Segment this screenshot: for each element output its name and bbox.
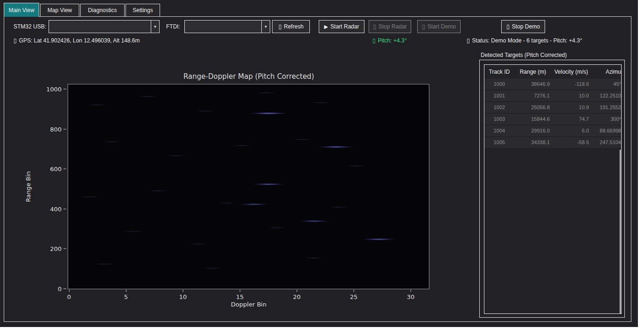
tick-mark — [63, 249, 66, 249]
radar-app-window: Main View Map View Diagnostics Settings … — [0, 0, 638, 327]
chevron-down-icon[interactable]: ▼ — [261, 21, 270, 33]
tick-mark — [182, 290, 183, 292]
x-tick-0: 0 — [67, 290, 71, 300]
noise-streak — [257, 92, 276, 93]
cell-velocity: -58.5 — [552, 137, 591, 148]
tab-map-view[interactable]: Map View — [40, 4, 79, 16]
gps-status-text: GPS: Lat 41.902426, Lon 12.496039, Alt 1… — [19, 37, 140, 44]
cell-azimuth: 122.2510 — [591, 90, 621, 101]
targets-table[interactable]: Track ID Range (m) Velocity (m/s) Azimu … — [484, 64, 622, 314]
col-track-id[interactable]: Track ID — [484, 65, 514, 79]
start-demo-button-label: Start Demo — [427, 23, 456, 30]
tab-main-view-label: Main View — [8, 7, 34, 14]
chart-title: Range-Doppler Map (Pitch Corrected) — [183, 72, 314, 81]
tab-main-view[interactable]: Main View — [4, 3, 39, 17]
tick-mark — [63, 169, 66, 169]
start-radar-button-label: Start Radar — [330, 23, 359, 30]
y-tick-600: 600 — [50, 166, 66, 173]
tick-mark — [126, 290, 126, 292]
stop-radar-button-label: Stop Radar — [378, 23, 407, 30]
cell-track-id: 1004 — [484, 125, 514, 136]
refresh-icon: ▯ — [279, 24, 282, 29]
noise-streak — [102, 141, 121, 142]
ftdi-combobox[interactable]: ▼ — [184, 20, 270, 33]
tab-settings-label: Settings — [133, 7, 153, 14]
noise-streak — [231, 145, 251, 146]
refresh-button[interactable]: ▯ Refresh — [272, 20, 310, 33]
tab-settings[interactable]: Settings — [126, 4, 160, 16]
col-azimuth[interactable]: Azimu — [591, 65, 621, 79]
tab-diagnostics[interactable]: Diagnostics — [80, 4, 125, 16]
stop-demo-icon: ▯ — [506, 24, 510, 29]
start-demo-icon: ▯ — [422, 24, 425, 29]
cell-range: 34338.1 — [514, 137, 552, 148]
targets-table-header: Track ID Range (m) Velocity (m/s) Azimu — [484, 65, 621, 79]
y-tick-400: 400 — [50, 206, 66, 213]
stop-demo-button[interactable]: ▯ Stop Demo — [501, 20, 545, 33]
noise-streak — [203, 268, 222, 269]
x-tick-25: 25 — [350, 290, 358, 300]
cell-range: 29916.0 — [514, 125, 552, 136]
noise-streak — [196, 110, 215, 111]
table-row[interactable]: 1003 15844.6 74.7 300° — [484, 114, 621, 125]
cell-track-id: 1000 — [484, 79, 514, 90]
status-message: ▯Status: Demo Mode - 6 targets - Pitch: … — [467, 37, 582, 44]
tick-mark — [63, 89, 66, 90]
start-radar-button[interactable]: ▶ Start Radar — [319, 20, 364, 33]
y-tick-200: 200 — [50, 245, 66, 252]
cell-azimuth: 88.66998 — [591, 125, 621, 136]
noise-streak — [188, 243, 208, 244]
refresh-button-label: Refresh — [284, 23, 303, 30]
col-velocity[interactable]: Velocity (m/s) — [552, 65, 591, 79]
stop-radar-button[interactable]: ▯ Stop Radar — [369, 20, 411, 33]
noise-streak — [80, 196, 99, 197]
cell-velocity: 10.9 — [552, 102, 591, 113]
tick-mark — [296, 290, 297, 292]
stm32-usb-combobox[interactable]: ▼ — [49, 20, 160, 33]
tick-mark — [353, 290, 354, 292]
noise-streak — [217, 202, 237, 204]
noise-streak — [167, 155, 186, 157]
noise-streak — [94, 264, 114, 265]
table-row[interactable]: 1000 38646.9 -118.6 45° — [484, 79, 621, 90]
cell-track-id: 1001 — [484, 90, 514, 101]
col-range[interactable]: Range (m) — [514, 65, 552, 79]
status-icon: ▯ — [467, 37, 470, 44]
noise-streak — [148, 190, 168, 191]
pitch-indicator-text: Pitch: +4.3° — [378, 37, 407, 44]
targets-panel-title: Detected Targets (Pitch Corrected) — [481, 52, 567, 58]
cell-azimuth: 300° — [591, 114, 621, 125]
start-demo-button[interactable]: ▯ Start Demo — [417, 20, 461, 33]
gps-status: ▯GPS: Lat 41.902426, Lon 12.496039, Alt … — [14, 37, 140, 44]
gps-icon: ▯ — [14, 37, 17, 44]
target-streak — [318, 146, 354, 148]
table-scrollbar[interactable] — [620, 150, 621, 314]
cell-velocity: 10.0 — [552, 90, 591, 101]
table-row[interactable]: 1004 29916.0 6.0 88.66998 — [484, 125, 621, 137]
y-tick-0: 0 — [58, 285, 66, 292]
tab-map-view-label: Map View — [48, 7, 72, 14]
stop-radar-icon: ▯ — [373, 24, 376, 29]
play-icon: ▶ — [324, 24, 328, 29]
cell-azimuth: 191.2552 — [591, 102, 621, 113]
x-tick-20: 20 — [293, 290, 301, 300]
target-streak — [252, 183, 286, 186]
target-streak — [249, 112, 288, 115]
cell-track-id: 1005 — [484, 137, 514, 148]
table-row[interactable]: 1001 7276.1 10.0 122.2510 — [484, 90, 621, 102]
table-row[interactable]: 1002 25056.8 10.9 191.2552 — [484, 102, 621, 114]
tick-mark — [63, 209, 66, 209]
tick-mark — [410, 290, 411, 292]
noise-streak — [311, 102, 330, 104]
x-tick-5: 5 — [124, 290, 128, 300]
cell-velocity: -118.6 — [552, 79, 591, 90]
cell-range: 38646.9 — [514, 79, 552, 90]
noise-streak — [347, 166, 366, 167]
target-streak — [238, 203, 269, 205]
pitch-icon: ▯ — [372, 37, 376, 44]
ftdi-label: FTDI: — [166, 23, 180, 30]
x-tick-10: 10 — [179, 290, 187, 300]
x-tick-30: 30 — [407, 290, 415, 300]
chevron-down-icon[interactable]: ▼ — [151, 21, 159, 33]
table-row[interactable]: 1005 34338.1 -58.5 247.5104 — [484, 137, 621, 149]
